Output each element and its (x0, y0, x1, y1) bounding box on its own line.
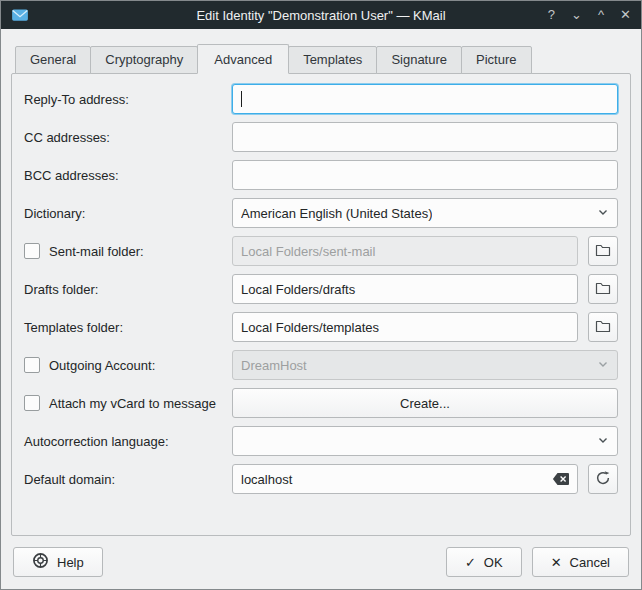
ok-button-label: OK (484, 555, 503, 570)
drafts-folder-input[interactable] (232, 274, 578, 304)
help-button-label: Help (57, 555, 84, 570)
ok-button[interactable]: ✓ OK (446, 547, 522, 577)
text-caret (241, 91, 242, 107)
dialog-button-box: Help ✓ OK ✕ Cancel (1, 536, 641, 589)
autocorrection-row: Autocorrection language: (24, 426, 618, 456)
drafts-row: Drafts folder: (24, 274, 618, 304)
templates-folder-input[interactable] (232, 312, 578, 342)
help-button[interactable]: Help (13, 547, 103, 577)
tab-general[interactable]: General (15, 46, 91, 74)
chevron-down-icon (597, 206, 609, 221)
autocorrection-language-dropdown[interactable] (232, 426, 618, 456)
reply-to-input[interactable] (232, 84, 618, 114)
tab-templates[interactable]: Templates (288, 46, 377, 74)
default-domain-label: Default domain: (24, 472, 232, 487)
templates-folder-picker-button[interactable] (588, 312, 618, 342)
bcc-label: BCC addresses: (24, 168, 232, 183)
outgoing-account-row: Outgoing Account: DreamHost (24, 350, 618, 380)
cancel-button[interactable]: ✕ Cancel (532, 547, 629, 577)
tab-cryptography[interactable]: Cryptography (90, 46, 198, 74)
kmail-app-icon (11, 6, 29, 24)
drafts-folder-picker-button[interactable] (588, 274, 618, 304)
vcard-row: Attach my vCard to message Create... (24, 388, 618, 418)
titlebar-maximize-button[interactable]: ^ (598, 1, 604, 29)
refresh-icon (595, 470, 611, 489)
folder-icon (595, 242, 611, 261)
reply-to-label: Reply-To address: (24, 92, 232, 107)
titlebar-shade-button[interactable]: ⌄ (571, 1, 582, 29)
check-icon: ✓ (465, 555, 476, 570)
dictionary-dropdown[interactable]: American English (United States) (232, 198, 618, 228)
cc-row: CC addresses: (24, 122, 618, 152)
titlebar[interactable]: Edit Identity "Demonstration User" — KMa… (1, 1, 641, 29)
default-domain-input[interactable] (232, 464, 578, 494)
titlebar-help-button[interactable]: ? (548, 1, 555, 29)
sent-mail-row: Sent-mail folder: (24, 236, 618, 266)
attach-vcard-checkbox[interactable] (24, 395, 40, 411)
create-vcard-button[interactable]: Create... (232, 388, 618, 418)
outgoing-account-checkbox[interactable] (24, 357, 40, 373)
folder-icon (595, 280, 611, 299)
bcc-input[interactable] (232, 160, 618, 190)
drafts-label: Drafts folder: (24, 282, 232, 297)
reset-default-domain-button[interactable] (588, 464, 618, 494)
dictionary-value: American English (United States) (241, 206, 432, 221)
outgoing-account-label: Outgoing Account: (49, 358, 155, 373)
window-title: Edit Identity "Demonstration User" — KMa… (1, 8, 641, 23)
cross-icon: ✕ (551, 555, 562, 570)
dictionary-label: Dictionary: (24, 206, 232, 221)
help-icon (32, 552, 49, 572)
tab-advanced[interactable]: Advanced (197, 44, 289, 74)
edit-identity-dialog: Edit Identity "Demonstration User" — KMa… (0, 0, 642, 590)
tab-bar: General Cryptography Advanced Templates … (1, 29, 641, 74)
attach-vcard-label: Attach my vCard to message (49, 396, 216, 411)
clear-text-icon[interactable] (552, 472, 570, 486)
sent-mail-folder-input (232, 236, 578, 266)
chevron-down-icon (597, 358, 609, 373)
dictionary-row: Dictionary: American English (United Sta… (24, 198, 618, 228)
reply-to-row: Reply-To address: (24, 84, 618, 114)
templates-row: Templates folder: (24, 312, 618, 342)
bcc-row: BCC addresses: (24, 160, 618, 190)
tab-picture[interactable]: Picture (461, 46, 531, 74)
cc-input[interactable] (232, 122, 618, 152)
folder-icon (595, 318, 611, 337)
chevron-down-icon (597, 434, 609, 449)
sent-mail-label: Sent-mail folder: (49, 244, 144, 259)
advanced-tab-panel: Reply-To address: CC addresses: BCC addr… (11, 73, 631, 536)
outgoing-account-value: DreamHost (241, 358, 307, 373)
cancel-button-label: Cancel (570, 555, 610, 570)
sent-mail-checkbox[interactable] (24, 243, 40, 259)
outgoing-account-dropdown: DreamHost (232, 350, 618, 380)
default-domain-row: Default domain: (24, 464, 618, 494)
tab-signature[interactable]: Signature (376, 46, 462, 74)
templates-label: Templates folder: (24, 320, 232, 335)
titlebar-close-button[interactable]: ✕ (620, 1, 631, 29)
sent-mail-folder-picker-button[interactable] (588, 236, 618, 266)
autocorrection-label: Autocorrection language: (24, 434, 232, 449)
cc-label: CC addresses: (24, 130, 232, 145)
